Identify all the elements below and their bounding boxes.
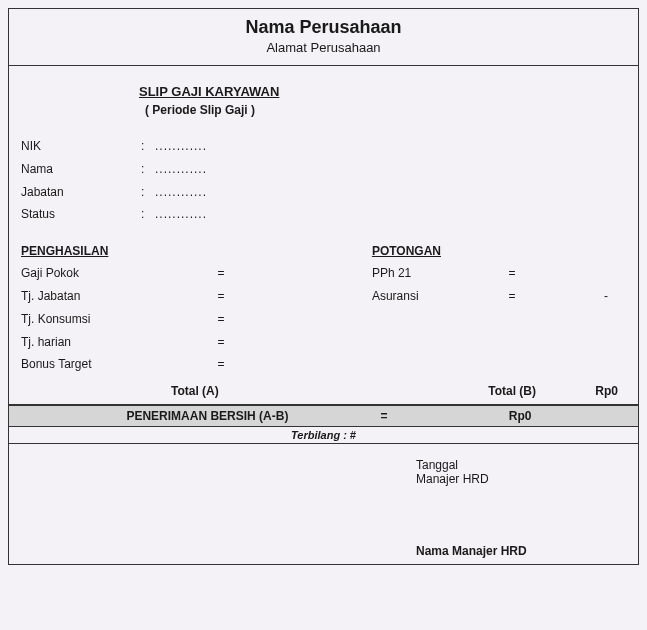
equals-sign: = [211, 331, 231, 354]
nik-label: NIK [21, 135, 141, 158]
separator: : [141, 158, 155, 181]
slip-period: ( Periode Slip Gaji ) [139, 103, 638, 117]
jabatan-label: Jabatan [21, 181, 141, 204]
separator: : [141, 181, 155, 204]
total-a-label: Total (A) [21, 384, 372, 398]
header: Nama Perusahaan Alamat Perusahaan [9, 9, 638, 66]
total-b-value: Rp0 [566, 384, 626, 398]
earnings-label: Gaji Pokok [21, 262, 211, 285]
signature-role: Manajer HRD [416, 472, 626, 486]
deductions-label: Asuransi [372, 285, 502, 308]
title-block: SLIP GAJI KARYAWAN ( Periode Slip Gaji ) [9, 66, 638, 131]
deductions-value: - [522, 285, 626, 308]
info-row-nama: Nama : ............ [21, 158, 626, 181]
net-row: PENERIMAAN BERSIH (A-B) = Rp0 [9, 405, 638, 427]
signature-date-label: Tanggal [416, 458, 626, 472]
earnings-label: Tj. Konsumsi [21, 308, 211, 331]
deductions-label: PPh 21 [372, 262, 502, 285]
equals-sign: = [211, 353, 231, 376]
terbilang-row: Terbilang : # [9, 427, 638, 444]
status-label: Status [21, 203, 141, 226]
signature-gap [416, 486, 626, 544]
total-b-label: Total (B) [372, 384, 566, 398]
earnings-label: Tj. harian [21, 331, 211, 354]
payslip-container: Nama Perusahaan Alamat Perusahaan SLIP G… [8, 8, 639, 565]
employee-info: NIK : ............ Nama : ............ J… [9, 131, 638, 244]
signature-name: Nama Manajer HRD [416, 544, 626, 558]
status-value: ............ [155, 203, 207, 226]
earnings-label: Bonus Target [21, 353, 211, 376]
info-row-jabatan: Jabatan : ............ [21, 181, 626, 204]
deductions-column: POTONGAN PPh 21 = Asuransi = - [372, 244, 626, 376]
equals-sign: = [211, 308, 231, 331]
signature-inner: Tanggal Manajer HRD Nama Manajer HRD [416, 458, 626, 558]
earnings-line: Tj. harian = [21, 331, 372, 354]
equals-sign: = [211, 285, 231, 308]
net-label: PENERIMAAN BERSIH (A-B) [21, 409, 354, 423]
net-value: Rp0 [414, 409, 626, 423]
info-row-status: Status : ............ [21, 203, 626, 226]
earnings-line: Bonus Target = [21, 353, 372, 376]
deductions-line: PPh 21 = [372, 262, 626, 285]
jabatan-value: ............ [155, 181, 207, 204]
separator: : [141, 203, 155, 226]
separator: : [141, 135, 155, 158]
earnings-column: PENGHASILAN Gaji Pokok = Tj. Jabatan = T… [21, 244, 372, 376]
company-address: Alamat Perusahaan [9, 40, 638, 55]
signature-block: Tanggal Manajer HRD Nama Manajer HRD [9, 444, 638, 564]
earnings-line: Tj. Jabatan = [21, 285, 372, 308]
company-name: Nama Perusahaan [9, 17, 638, 38]
earnings-line: Gaji Pokok = [21, 262, 372, 285]
equals-sign: = [502, 285, 522, 308]
deductions-line: Asuransi = - [372, 285, 626, 308]
totals-row: Total (A) Total (B) Rp0 [9, 382, 638, 405]
deductions-heading: POTONGAN [372, 244, 626, 258]
nama-label: Nama [21, 158, 141, 181]
total-b-wrap: Total (B) Rp0 [372, 384, 626, 398]
earnings-label: Tj. Jabatan [21, 285, 211, 308]
net-equals: = [354, 409, 415, 423]
earnings-line: Tj. Konsumsi = [21, 308, 372, 331]
nik-value: ............ [155, 135, 207, 158]
slip-title: SLIP GAJI KARYAWAN [139, 84, 638, 99]
equals-sign: = [502, 262, 522, 285]
earnings-heading: PENGHASILAN [21, 244, 372, 258]
info-row-nik: NIK : ............ [21, 135, 626, 158]
equals-sign: = [211, 262, 231, 285]
amount-columns: PENGHASILAN Gaji Pokok = Tj. Jabatan = T… [9, 244, 638, 382]
nama-value: ............ [155, 158, 207, 181]
